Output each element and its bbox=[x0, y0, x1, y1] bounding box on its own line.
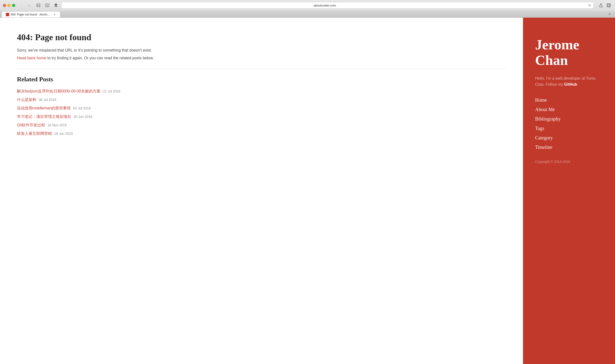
extensions-button[interactable] bbox=[52, 2, 59, 9]
tab-overview-button[interactable] bbox=[605, 2, 612, 9]
sidebar-item-tags: Tags bbox=[535, 126, 603, 131]
related-posts-title: Related Posts bbox=[17, 76, 506, 83]
titlebar: ‹ › bbox=[0, 0, 615, 11]
maximize-button[interactable] bbox=[12, 4, 15, 7]
list-item: 解决fastjson反序列化日期0000-00-00失败的方案22 Jul 20… bbox=[17, 89, 506, 94]
url-text: aboutcoder.com bbox=[64, 4, 586, 7]
svg-rect-6 bbox=[608, 4, 610, 6]
sidebar-nav-link[interactable]: About Me bbox=[535, 107, 555, 112]
error-description-1: Sorry, we've misplaced that URL or it's … bbox=[17, 47, 506, 53]
nav-buttons: ‹ › bbox=[18, 2, 32, 9]
back-button[interactable]: ‹ bbox=[18, 2, 25, 9]
sidebar-nav-link[interactable]: Tags bbox=[535, 126, 544, 131]
github-link[interactable]: GitHub bbox=[564, 82, 577, 86]
error-title: 404: Page not found bbox=[17, 32, 506, 42]
sidebar-name-line1: Jerome bbox=[535, 37, 579, 52]
tab-label: 404: Page not found · Jerome Chan bbox=[11, 13, 51, 16]
sidebar: Jerome Chan Hello, I'm a web developer a… bbox=[523, 18, 615, 364]
post-date: 06 Jul 2016 bbox=[39, 98, 56, 102]
share-button[interactable] bbox=[598, 2, 604, 9]
post-date: 18 Jun 2015 bbox=[54, 132, 73, 136]
error-description-text-2: to try finding it again. Or you can read… bbox=[47, 56, 154, 60]
post-link[interactable]: 说说使用middleman的那些事情 bbox=[17, 106, 71, 111]
sidebar-nav-link[interactable]: Timeline bbox=[535, 144, 552, 150]
list-item: Git软件开发过程16 Nov 2015 bbox=[17, 123, 506, 128]
list-item: 什么是架构06 Jul 2016 bbox=[17, 97, 506, 102]
sidebar-nav-link[interactable]: Category bbox=[535, 135, 553, 140]
svg-rect-2 bbox=[39, 5, 40, 6]
minimize-button[interactable] bbox=[8, 4, 11, 7]
url-bar-container: aboutcoder.com ↻ bbox=[44, 2, 594, 9]
sidebar-copyright: Copyright © 2013-2016 bbox=[535, 160, 603, 164]
post-date: 02 Jul 2016 bbox=[73, 106, 91, 110]
post-link[interactable]: 解决fastjson反序列化日期0000-00-00失败的方案 bbox=[17, 89, 101, 94]
sidebar-item-timeline: Timeline bbox=[535, 144, 603, 150]
sidebar-item-home: Home bbox=[535, 97, 603, 103]
tab-section: 404: Page not found · Jerome Chan ✕ + bbox=[0, 11, 615, 17]
post-link[interactable]: 什么是架构 bbox=[17, 97, 36, 102]
sidebar-nav-link[interactable]: Home bbox=[535, 97, 547, 103]
post-link[interactable]: Git软件开发过程 bbox=[17, 123, 45, 128]
tab-close-button[interactable]: ✕ bbox=[53, 13, 56, 16]
sidebar-item-about-me: About Me bbox=[535, 107, 603, 112]
sidebar-item-category: Category bbox=[535, 135, 603, 141]
url-bar[interactable]: aboutcoder.com ↻ bbox=[61, 2, 594, 9]
main-content: 404: Page not found Sorry, we've misplac… bbox=[0, 18, 523, 364]
post-date: 30 Jun 2016 bbox=[74, 115, 92, 118]
error-description-2: Head back home to try finding it again. … bbox=[17, 55, 506, 61]
sidebar-bio: Hello, I'm a web developer at Tuniu Corp… bbox=[535, 75, 603, 88]
pocket-button[interactable] bbox=[44, 2, 51, 9]
new-tab-button[interactable]: + bbox=[606, 11, 613, 17]
list-item: 学习笔记：项目管理之规划项目30 Jun 2016 bbox=[17, 114, 506, 119]
svg-rect-1 bbox=[39, 4, 40, 4]
active-tab[interactable]: 404: Page not found · Jerome Chan ✕ bbox=[2, 12, 60, 17]
page-container: 404: Page not found Sorry, we've misplac… bbox=[0, 18, 615, 364]
post-date: 16 Nov 2015 bbox=[47, 123, 66, 127]
sidebar-nav-link[interactable]: Bibliography bbox=[535, 116, 561, 121]
post-date: 22 Jul 2016 bbox=[103, 89, 120, 93]
list-item: 研发人看互联网营销18 Jun 2015 bbox=[17, 131, 506, 136]
svg-rect-3 bbox=[39, 7, 40, 7]
sidebar-item-bibliography: Bibliography bbox=[535, 116, 603, 122]
post-link[interactable]: 研发人看互联网营销 bbox=[17, 131, 52, 136]
sidebar-name-line2: Chan bbox=[535, 52, 568, 68]
close-button[interactable] bbox=[3, 4, 6, 7]
sidebar-bio-text-after: . bbox=[577, 82, 578, 86]
toolbar-right bbox=[598, 2, 612, 9]
browser-chrome: ‹ › bbox=[0, 0, 615, 18]
error-description-text-1: Sorry, we've misplaced that URL or it's … bbox=[17, 48, 152, 52]
forward-button[interactable]: › bbox=[26, 2, 32, 9]
svg-rect-4 bbox=[46, 4, 49, 7]
svg-rect-0 bbox=[37, 4, 38, 7]
sidebar-name: Jerome Chan bbox=[535, 37, 603, 68]
section-divider bbox=[17, 68, 506, 68]
post-link[interactable]: 学习笔记：项目管理之规划项目 bbox=[17, 114, 71, 119]
home-link[interactable]: Head back home bbox=[17, 56, 46, 60]
list-item: 说说使用middleman的那些事情02 Jul 2016 bbox=[17, 106, 506, 111]
svg-rect-5 bbox=[607, 4, 610, 7]
reload-button[interactable]: ↻ bbox=[588, 3, 591, 7]
sidebar-nav: HomeAbout MeBibliographyTagsCategoryTime… bbox=[535, 97, 603, 150]
traffic-lights bbox=[3, 4, 15, 7]
tab-favicon bbox=[6, 13, 9, 16]
sidebar-toggle-button[interactable] bbox=[35, 2, 42, 9]
post-list: 解决fastjson反序列化日期0000-00-00失败的方案22 Jul 20… bbox=[17, 89, 506, 136]
